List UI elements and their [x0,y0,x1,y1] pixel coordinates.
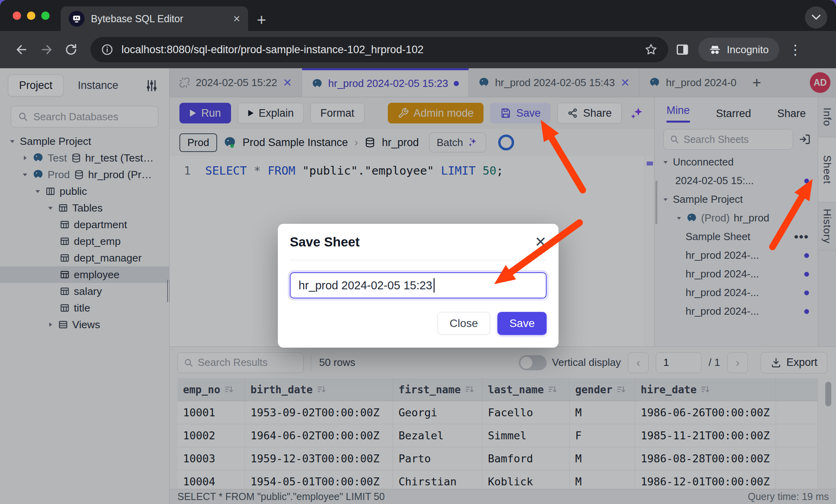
browser-toolbar: localhost:8080/sql-editor/prod-sample-in… [0,31,836,68]
site-info-icon[interactable] [101,43,114,56]
sheet-name-input[interactable]: hr_prod 2024-02-05 15:23 [290,272,547,298]
sheet-name-value: hr_prod 2024-02-05 15:23 [299,279,432,292]
close-tab-icon[interactable]: × [233,13,240,25]
reload-icon[interactable] [64,43,78,56]
browser-chrome: Bytebase SQL Editor × + lo [0,0,836,68]
incognito-badge: Incognito [698,38,779,62]
bytebase-favicon-icon [69,11,85,27]
text-caret [433,278,435,292]
maximize-window-button[interactable] [41,12,50,20]
browser-window: Bytebase SQL Editor × + lo [0,0,836,504]
address-bar[interactable]: localhost:8080/sql-editor/prod-sample-in… [91,37,668,62]
dialog-title: Save Sheet [290,235,360,250]
save-sheet-dialog: Save Sheet ✕ hr_prod 2024-02-05 15:23 Cl… [278,224,559,348]
side-panel-icon[interactable] [675,42,690,57]
new-tab-button[interactable]: + [257,12,266,28]
forward-icon[interactable] [40,43,53,56]
sql-editor-app: Project Instance Search Databases Sample… [0,68,836,504]
browser-tab-title: Bytebase SQL Editor [91,13,227,25]
incognito-label: Incognito [727,44,769,56]
search-tabs-button[interactable] [805,6,827,29]
save-confirm-button[interactable]: Save [497,312,547,335]
browser-menu-icon[interactable]: ⋮ [789,42,802,58]
url-text: localhost:8080/sql-editor/prod-sample-in… [121,44,636,56]
back-icon[interactable] [15,43,29,56]
close-icon[interactable]: ✕ [535,235,547,249]
minimize-window-button[interactable] [27,12,35,20]
close-button[interactable]: Close [437,312,491,335]
window-controls [0,0,61,31]
incognito-icon [709,43,721,56]
desktop: Bytebase SQL Editor × + lo [0,0,836,504]
close-window-button[interactable] [13,12,21,20]
bookmark-star-icon[interactable] [644,43,658,56]
browser-tab[interactable]: Bytebase SQL Editor × [61,6,248,31]
browser-tab-strip: Bytebase SQL Editor × + [0,0,836,31]
